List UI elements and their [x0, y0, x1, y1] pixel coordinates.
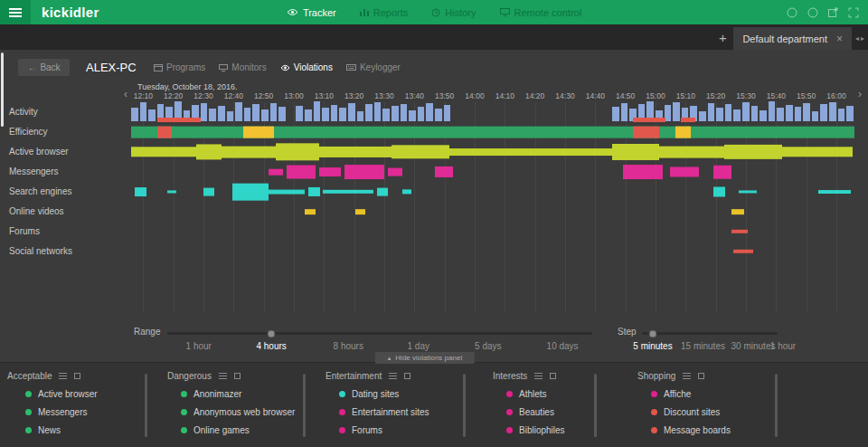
option-30-minutes[interactable]: 30 minutes — [731, 341, 776, 351]
activity-bar — [401, 104, 408, 121]
back-button[interactable]: ← Back — [18, 59, 70, 76]
timeline-segment — [377, 188, 388, 196]
filter-icon[interactable] — [59, 373, 67, 379]
violation-item-forums[interactable]: Forums — [316, 421, 476, 439]
activity-bar — [760, 110, 767, 121]
nav-history[interactable]: History — [431, 7, 476, 18]
range-slider-knob[interactable] — [268, 329, 276, 338]
activity-bar — [227, 111, 234, 121]
time-tick-label: 15:50 — [797, 91, 816, 100]
filter-icon[interactable] — [219, 373, 227, 379]
hide-violations-label: Hide violations panel — [395, 354, 462, 362]
step-slider[interactable] — [642, 332, 778, 335]
category-scrollbar[interactable] — [463, 374, 466, 437]
violation-item-bibliophiles[interactable]: Bibliophiles — [476, 421, 608, 439]
tab-scroll-left-icon[interactable]: ◂ — [855, 34, 859, 43]
view-tabs: Programs Monitors Violations Keylogger — [154, 62, 401, 72]
violation-item-dating-sites[interactable]: Dating sites — [316, 385, 476, 403]
violation-item-label: Dating sites — [352, 389, 399, 399]
nav-remote-control[interactable]: Remote control — [500, 7, 582, 18]
category-scrollbar[interactable] — [775, 374, 778, 437]
category-color-dot — [339, 391, 345, 397]
violation-item-beauties[interactable]: Beauties — [476, 403, 608, 421]
option-5-days[interactable]: 5 days — [475, 341, 501, 351]
time-tick-label: 14:30 — [555, 91, 574, 100]
violation-item-news[interactable]: News — [0, 421, 158, 439]
timeline-segment — [232, 184, 269, 201]
activity-bar — [314, 101, 321, 121]
close-icon[interactable]: × — [836, 33, 843, 45]
top-bar: kickidler Tracker Reports History Remote… — [0, 0, 868, 24]
time-tick-label: 13:20 — [344, 91, 363, 100]
tab-scroll-right-icon[interactable]: ▸ — [861, 34, 864, 43]
legend-icon[interactable] — [550, 373, 556, 379]
legend-icon[interactable] — [234, 373, 241, 379]
violation-item-anonimazer[interactable]: Anonimazer — [158, 385, 316, 403]
filter-icon[interactable] — [683, 373, 691, 379]
tab-violations[interactable]: Violations — [280, 62, 333, 72]
tab-monitors[interactable]: Monitors — [219, 62, 266, 72]
fullscreen-icon[interactable] — [848, 7, 859, 18]
circle-icon[interactable] — [807, 7, 818, 18]
time-tick-label: 12:50 — [254, 91, 273, 100]
filter-icon[interactable] — [389, 373, 397, 379]
step-slider-knob[interactable] — [649, 329, 657, 338]
popup-icon[interactable] — [828, 7, 838, 17]
nav-tracker[interactable]: Tracker — [287, 7, 336, 18]
tracker-main: ← Back ALEX-PC Programs Monitors Violati… — [0, 50, 868, 362]
option-5-minutes[interactable]: 5 minutes — [633, 341, 672, 351]
activity-bar — [235, 102, 242, 121]
tab-programs[interactable]: Programs — [154, 62, 205, 72]
activity-bar — [409, 110, 416, 121]
category-scrollbar[interactable] — [145, 374, 147, 437]
option-4-hours[interactable]: 4 hours — [256, 341, 286, 351]
timeline-row-efficiency — [131, 122, 854, 142]
timeline-segment — [308, 187, 320, 196]
violation-item-messengers[interactable]: Messengers — [0, 403, 158, 421]
violation-item-active-browser[interactable]: Active browser — [0, 385, 158, 403]
option-1-hour[interactable]: 1 hour — [186, 341, 212, 351]
add-tab-button[interactable]: + — [712, 30, 733, 45]
main-nav: Tracker Reports History Remote control — [0, 0, 868, 24]
range-slider[interactable] — [167, 332, 592, 335]
violation-item-entertainment-sites[interactable]: Entertainment sites — [316, 403, 476, 421]
activity-bar — [270, 103, 278, 121]
legend-icon[interactable] — [698, 373, 704, 379]
timeline-prev-icon[interactable]: ‹ — [124, 89, 127, 100]
category-items: Dating sitesEntertainment sitesForums — [316, 385, 476, 439]
window-icon — [154, 64, 163, 71]
tab-keylogger[interactable]: Keylogger — [346, 62, 401, 72]
hamburger-menu-icon[interactable] — [0, 0, 31, 24]
timeline-segment — [392, 145, 449, 158]
violation-item-online-games[interactable]: Online games — [158, 421, 316, 439]
circle-icon[interactable] — [787, 7, 797, 18]
activity-bar — [418, 107, 425, 121]
activity-bar — [339, 108, 346, 121]
violation-item-affiche[interactable]: Affiche — [608, 385, 788, 403]
tab-default-department[interactable]: Default department × — [733, 27, 852, 50]
violation-item-message-boards[interactable]: Message boards — [608, 421, 788, 439]
timeline-next-icon[interactable]: › — [858, 89, 862, 100]
violation-item-athlets[interactable]: Athlets — [476, 385, 608, 403]
category-color-dot — [506, 427, 513, 433]
violation-item-label: Forums — [352, 425, 382, 435]
legend-icon[interactable] — [74, 373, 80, 379]
category-scrollbar[interactable] — [594, 374, 597, 437]
violation-category-dangerous: DangerousAnonimazerAnonymous web browser… — [158, 363, 316, 447]
category-scrollbar[interactable] — [303, 374, 306, 437]
category-color-dot — [339, 409, 345, 415]
option-8-hours[interactable]: 8 hours — [334, 341, 363, 351]
violation-item-anonymous-web-browser[interactable]: Anonymous web browser — [158, 403, 316, 421]
option-15-minutes[interactable]: 15 minutes — [681, 341, 725, 351]
filter-icon[interactable] — [534, 373, 542, 379]
legend-icon[interactable] — [404, 373, 410, 379]
time-tick-label: 12:30 — [193, 91, 212, 100]
nav-reports[interactable]: Reports — [360, 7, 409, 18]
option-10-days[interactable]: 10 days — [547, 341, 579, 351]
option-1-day[interactable]: 1 day — [408, 341, 429, 351]
timeline-segment — [435, 166, 453, 177]
activity-bar — [795, 107, 802, 121]
option-1-hour[interactable]: 1 hour — [770, 341, 796, 351]
violation-item-discount-sites[interactable]: Discount sites — [608, 403, 788, 421]
computer-name: ALEX-PC — [86, 61, 137, 74]
